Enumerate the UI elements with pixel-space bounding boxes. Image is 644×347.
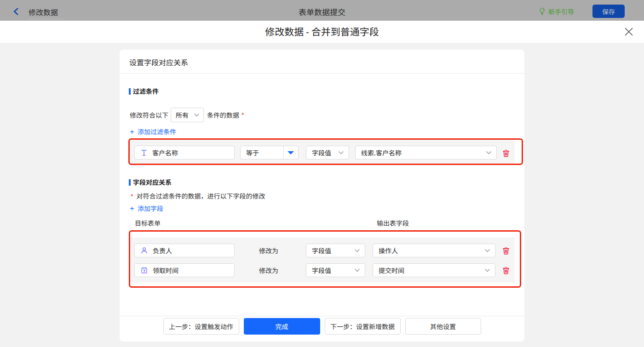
column-label-output-field: 输出表字段 [377, 220, 409, 226]
dialog-title: 修改数据 - 合并到普通字段 [265, 24, 379, 38]
next-step-button[interactable]: 下一步：设置新增数据 [325, 318, 401, 335]
target-field-input[interactable]: 领取时间 [134, 263, 235, 277]
prev-step-button[interactable]: 上一步：设置触发动作 [163, 318, 239, 335]
card-title-divider [120, 73, 524, 74]
close-icon[interactable] [625, 28, 633, 36]
chevron-down-icon [339, 151, 344, 154]
criteria-prefix: 修改符合以下 [130, 110, 168, 119]
chevron-down-icon [194, 114, 199, 117]
topbar: 修改数据 表单数据提交 新手引导 保存 [0, 0, 644, 21]
filter-section-title: 过滤条件 [133, 88, 159, 95]
chevron-down-icon [355, 269, 360, 272]
target-field-input[interactable]: 负责人 [134, 244, 235, 257]
value-select[interactable]: 线索.客户名称 [355, 146, 497, 159]
chevron-down-icon [355, 249, 360, 252]
plus-icon: + [130, 205, 134, 212]
mapping-description-row: * 对符合过滤条件的数据，进行以下字段的修改 [131, 192, 265, 200]
required-asterisk: * [131, 193, 133, 200]
filter-criteria-row: 修改符合以下 所有 条件的数据 * [130, 108, 244, 122]
mapping-column-labels: 目标表单 输出表字段 [120, 220, 524, 226]
chevron-down-icon [485, 249, 490, 252]
beginner-guide-button[interactable]: 新手引导 [539, 7, 574, 16]
filter-field-input[interactable]: 客户名称 [134, 146, 235, 159]
column-label-target-form: 目标表单 [135, 220, 161, 226]
match-mode-select[interactable]: 所有 [171, 108, 204, 122]
back-nav[interactable]: 修改数据 [13, 6, 63, 17]
card-title: 设置字段对应关系 [129, 58, 188, 66]
calendar-icon [141, 267, 147, 273]
match-mode-value: 所有 [176, 110, 189, 119]
action-label: 修改为 [259, 263, 278, 277]
value-type-select[interactable]: 字段值 [306, 263, 365, 277]
page-title: 表单数据提交 [299, 6, 345, 17]
dialog-body: 设置字段对应关系 过滤条件 修改符合以下 所有 条件的数据 * + [0, 44, 644, 347]
text-field-icon [141, 150, 147, 156]
guide-label[interactable]: 新手引导 [548, 7, 574, 16]
filter-section-header: 过滤条件 [129, 88, 159, 95]
settings-card: 设置字段对应关系 过滤条件 修改符合以下 所有 条件的数据 * + [120, 50, 524, 341]
back-chevron-icon[interactable] [13, 8, 19, 15]
action-label: 修改为 [259, 244, 278, 257]
field-mapping-row: 领取时间 修改为 字段值 提交时间 [130, 263, 515, 277]
filter-field-value: 客户名称 [152, 149, 178, 156]
section-accent-bar [129, 179, 131, 186]
add-field-link[interactable]: + 添加字段 [130, 205, 163, 212]
caret-down-icon [288, 151, 294, 154]
mapping-section-title: 字段对应关系 [133, 179, 172, 186]
required-asterisk: * [242, 111, 244, 119]
filter-condition-row: 客户名称 等于 字段值 [130, 146, 515, 159]
add-filter-condition-link[interactable]: + 添加过滤条件 [130, 128, 176, 135]
chevron-down-icon [486, 151, 491, 154]
mapping-description: 对符合过滤条件的数据，进行以下字段的修改 [136, 192, 265, 199]
delete-condition-icon[interactable] [502, 149, 510, 157]
app-window: 修改数据 表单数据提交 新手引导 保存 修改数据 - 合并到普通字段 设置字段对… [0, 0, 644, 347]
field-mapping-panel: 负责人 修改为 字段值 操作人 [130, 238, 515, 283]
topbar-actions: 新手引导 保存 [539, 5, 625, 18]
output-field-select[interactable]: 操作人 [373, 244, 495, 257]
footer-actions: 上一步：设置触发动作 完成 下一步：设置新增数据 其他设置 [120, 318, 524, 335]
delete-row-icon[interactable] [502, 247, 510, 255]
other-settings-button[interactable]: 其他设置 [405, 318, 481, 335]
mapping-section-header: 字段对应关系 [129, 179, 172, 186]
output-field-select[interactable]: 提交时间 [373, 263, 495, 277]
footer-divider [120, 316, 524, 316]
done-button[interactable]: 完成 [244, 318, 320, 335]
filter-conditions-panel: 客户名称 等于 字段值 [130, 140, 515, 164]
plus-icon: + [130, 129, 134, 135]
section-accent-bar [129, 88, 131, 95]
lightbulb-icon [539, 7, 545, 15]
save-button[interactable]: 保存 [592, 5, 625, 18]
user-icon [141, 247, 147, 254]
delete-row-icon[interactable] [502, 267, 510, 274]
operator-select[interactable]: 等于 [240, 146, 299, 159]
select-divider [283, 146, 284, 159]
value-type-select[interactable]: 字段值 [306, 244, 365, 257]
chevron-down-icon [485, 269, 490, 272]
dialog-header: 修改数据 - 合并到普通字段 [0, 21, 644, 44]
field-mapping-row: 负责人 修改为 字段值 操作人 [130, 244, 515, 257]
automation-name[interactable]: 修改数据 [28, 8, 63, 19]
criteria-suffix: 条件的数据 [207, 110, 239, 119]
value-type-select[interactable]: 字段值 [306, 146, 349, 159]
